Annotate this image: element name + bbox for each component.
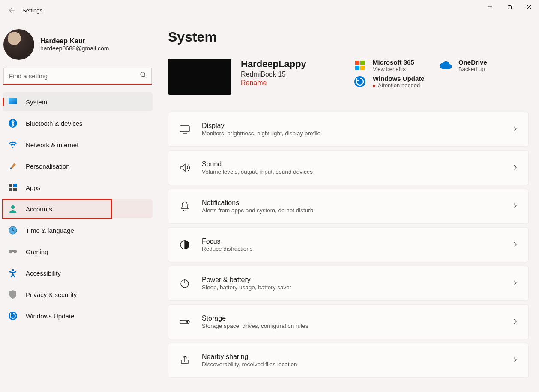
titlebar: Settings (0, 0, 539, 21)
sidebar-item-label: Windows Update (26, 312, 74, 320)
power-icon (179, 277, 191, 289)
window-title: Settings (22, 7, 42, 14)
hero-card-title: Microsoft 365 (373, 59, 414, 66)
svg-rect-1 (508, 5, 511, 9)
hero-card-title: Windows Update (373, 75, 425, 82)
chevron-right-icon (512, 126, 518, 133)
wifi-icon (8, 140, 18, 150)
svg-rect-21 (360, 66, 365, 70)
card-title: Sound (202, 160, 501, 168)
card-title: Notifications (202, 199, 501, 207)
device-info: HardeepLappy RedmiBook 15 Rename (241, 59, 344, 87)
device-name: HardeepLappy (241, 59, 344, 70)
card-title: Nearby sharing (202, 353, 501, 361)
display-icon (179, 123, 191, 135)
device-thumbnail (168, 59, 231, 95)
sidebar-item-label: System (26, 98, 47, 106)
svg-rect-9 (9, 184, 12, 187)
clock-icon (8, 225, 18, 235)
sidebar-item-time[interactable]: Time & language (3, 221, 153, 240)
hero-card-m365[interactable]: Microsoft 365 View benefits (353, 59, 430, 72)
rename-link[interactable]: Rename (241, 79, 344, 87)
hero-card-onedrive[interactable]: OneDrive Backed up (439, 59, 516, 72)
card-title: Focus (202, 238, 501, 245)
svg-rect-19 (360, 61, 365, 65)
hero-card-sub: Backed up (458, 66, 487, 72)
card-sub: Storage space, drives, configuration rul… (202, 323, 501, 329)
card-notifications[interactable]: NotificationsAlerts from apps and system… (168, 189, 529, 224)
main-content: System HardeepLappy RedmiBook 15 Rename … (155, 21, 539, 392)
maximize-button[interactable] (500, 0, 519, 14)
highlight-annotation (2, 199, 112, 219)
card-storage[interactable]: StorageStorage space, drives, configurat… (168, 304, 529, 339)
shield-icon (8, 289, 18, 300)
chevron-right-icon (512, 318, 518, 326)
card-title: Power & battery (202, 276, 501, 284)
svg-rect-23 (180, 126, 189, 132)
hero-card-sub: View benefits (373, 66, 414, 72)
svg-rect-20 (355, 66, 359, 70)
svg-point-16 (12, 269, 14, 271)
sidebar-item-label: Network & internet (26, 141, 78, 148)
hero-card-title: OneDrive (458, 59, 487, 66)
sidebar-item-label: Time & language (26, 227, 74, 234)
avatar (3, 29, 34, 60)
sidebar-item-bluetooth[interactable]: Bluetooth & devices (3, 114, 153, 133)
focus-icon (179, 239, 191, 251)
card-sub: Volume levels, output, input, sound devi… (202, 169, 501, 175)
svg-rect-10 (13, 184, 17, 187)
chevron-right-icon (512, 241, 518, 249)
chevron-right-icon (512, 164, 518, 172)
card-title: Display (202, 122, 501, 130)
nav-list: System Bluetooth & devices Network & int… (3, 92, 153, 325)
card-sound[interactable]: SoundVolume levels, output, input, sound… (168, 150, 529, 185)
svg-point-13 (11, 205, 15, 209)
sidebar-item-network[interactable]: Network & internet (3, 135, 153, 154)
sidebar-item-label: Accessibility (26, 270, 61, 277)
card-display[interactable]: DisplayMonitors, brightness, night light… (168, 112, 529, 147)
page-title: System (168, 29, 529, 45)
svg-rect-7 (9, 98, 17, 104)
sidebar-item-gaming[interactable]: Gaming (3, 242, 153, 261)
sidebar-item-label: Accounts (26, 205, 52, 213)
svg-point-17 (9, 312, 17, 320)
sidebar-item-system[interactable]: System (3, 92, 153, 111)
card-power[interactable]: Power & batterySleep, battery usage, bat… (168, 266, 529, 301)
bell-icon (179, 200, 191, 212)
device-model: RedmiBook 15 (241, 71, 344, 78)
share-icon (179, 354, 191, 366)
window-controls (480, 0, 539, 14)
sidebar-item-apps[interactable]: Apps (3, 178, 153, 197)
gamepad-icon (8, 246, 18, 257)
sidebar-item-accessibility[interactable]: Accessibility (3, 264, 153, 282)
profile-name: Hardeep Kaur (40, 37, 109, 45)
svg-line-5 (144, 76, 146, 78)
svg-point-4 (141, 72, 145, 77)
sidebar-item-label: Personalisation (26, 163, 70, 170)
sidebar-item-label: Privacy & security (26, 291, 77, 298)
card-title: Storage (202, 315, 501, 322)
sidebar: Hardeep Kaur hardeep0688@gmail.com Syste… (0, 21, 155, 392)
card-focus[interactable]: FocusReduce distractions (168, 227, 529, 262)
search-box (3, 68, 152, 85)
back-button[interactable] (3, 2, 21, 19)
sidebar-item-personalisation[interactable]: Personalisation (3, 157, 153, 175)
profile-block[interactable]: Hardeep Kaur hardeep0688@gmail.com (3, 26, 153, 68)
sidebar-item-update[interactable]: Windows Update (3, 306, 153, 325)
hero-card-update[interactable]: Windows Update Attention needed (353, 75, 516, 89)
minimize-button[interactable] (480, 0, 500, 14)
update-icon (8, 311, 18, 321)
sidebar-item-accounts[interactable]: Accounts (3, 199, 153, 218)
sidebar-item-privacy[interactable]: Privacy & security (3, 285, 153, 304)
search-input[interactable] (3, 68, 152, 84)
search-icon (140, 71, 147, 80)
svg-rect-18 (355, 61, 359, 65)
cloud-icon (439, 59, 452, 72)
close-button[interactable] (519, 0, 539, 14)
update-icon (353, 75, 367, 89)
card-nearby[interactable]: Nearby sharingDiscoverability, received … (168, 343, 529, 378)
svg-point-29 (187, 321, 188, 323)
card-sub: Discoverability, received files location (202, 361, 501, 368)
chevron-right-icon (512, 203, 518, 210)
profile-email: hardeep0688@gmail.com (40, 45, 109, 52)
